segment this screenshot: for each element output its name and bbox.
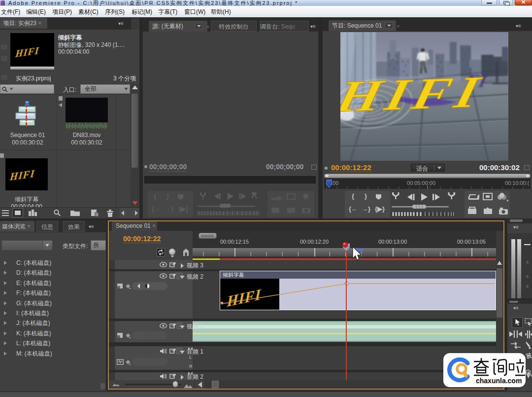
- svg-text:HIFI: HIFI: [9, 168, 35, 183]
- svg-text:00:05:00:00: 00:05:00:00: [407, 180, 435, 186]
- svg-text:HIFI: HIFI: [340, 67, 489, 121]
- svg-text:00:10:00:(: 00:10:00:(: [505, 180, 530, 186]
- svg-text:chaxunla.com: chaxunla.com: [476, 377, 522, 385]
- svg-text:HIFI: HIFI: [14, 45, 39, 59]
